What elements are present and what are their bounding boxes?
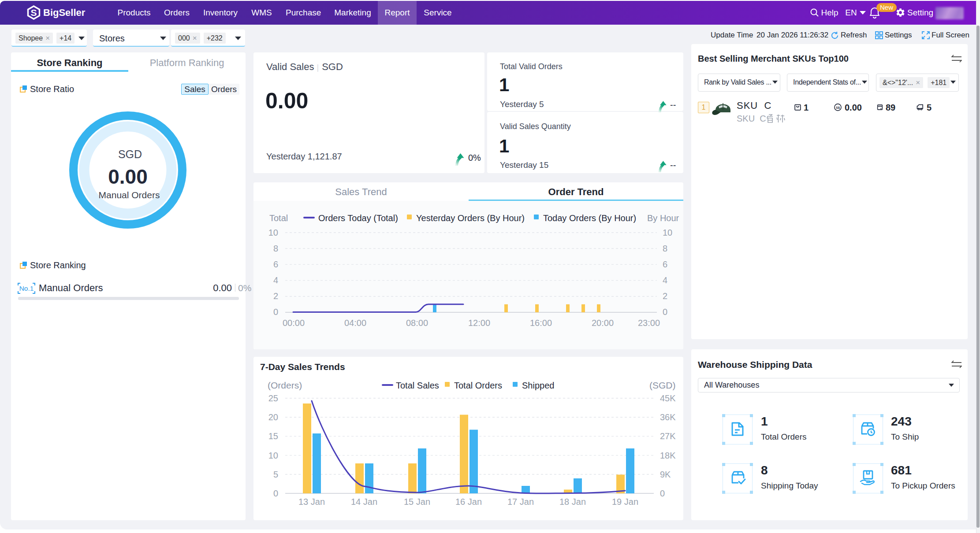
svg-text:45K: 45K	[660, 393, 676, 403]
svg-text:0: 0	[273, 307, 278, 317]
svg-text:S: S	[30, 7, 37, 18]
svg-text:18 Jan: 18 Jan	[559, 497, 586, 507]
svg-text:0: 0	[660, 489, 665, 498]
svg-text:Shipped: Shipped	[522, 381, 554, 390]
svg-text:14 Jan: 14 Jan	[351, 497, 377, 507]
svg-text:08:00: 08:00	[406, 318, 428, 328]
svg-text:20: 20	[268, 412, 278, 422]
svg-text:13 Jan: 13 Jan	[298, 497, 325, 507]
svg-text:27K: 27K	[660, 431, 676, 441]
svg-text:04:00: 04:00	[344, 318, 366, 328]
svg-text:15 Jan: 15 Jan	[404, 497, 430, 507]
svg-text:4: 4	[273, 275, 278, 285]
svg-text:00:00: 00:00	[283, 318, 305, 328]
svg-text:15: 15	[268, 431, 278, 441]
svg-text:Orders Today (Total): Orders Today (Total)	[318, 213, 398, 223]
svg-text:2: 2	[273, 291, 278, 301]
svg-text:8: 8	[663, 244, 667, 253]
svg-text:19 Jan: 19 Jan	[612, 497, 638, 507]
svg-text:36K: 36K	[660, 412, 676, 422]
svg-text:0: 0	[273, 489, 278, 498]
svg-text:25: 25	[268, 393, 278, 403]
svg-text:23:00: 23:00	[638, 318, 660, 328]
svg-text:12:00: 12:00	[468, 318, 490, 328]
svg-text:By Hour: By Hour	[647, 213, 679, 223]
svg-text:Today Orders (By Hour): Today Orders (By Hour)	[543, 213, 636, 223]
svg-text:8: 8	[273, 244, 278, 253]
svg-text:(SGD): (SGD)	[649, 380, 676, 390]
svg-text:16:00: 16:00	[530, 318, 552, 328]
svg-text:20:00: 20:00	[592, 318, 614, 328]
svg-text:Yesterday Orders (By Hour): Yesterday Orders (By Hour)	[416, 213, 525, 223]
svg-text:16 Jan: 16 Jan	[455, 497, 482, 507]
svg-text:18K: 18K	[660, 451, 676, 460]
svg-text:(Orders): (Orders)	[268, 380, 302, 390]
svg-text:2: 2	[663, 291, 667, 301]
svg-text:Total Sales: Total Sales	[396, 381, 439, 390]
svg-text:6: 6	[273, 259, 278, 269]
svg-text:9K: 9K	[660, 470, 671, 479]
svg-text:Total: Total	[269, 213, 288, 223]
svg-text:4: 4	[663, 275, 667, 285]
svg-text:Total Orders: Total Orders	[454, 381, 502, 390]
svg-text:10: 10	[663, 228, 672, 237]
svg-text:10: 10	[268, 451, 278, 460]
svg-text:17 Jan: 17 Jan	[507, 497, 534, 507]
svg-text:5: 5	[273, 470, 278, 479]
svg-text:6: 6	[663, 259, 667, 269]
svg-text:0: 0	[663, 307, 667, 317]
svg-text:No.1: No.1	[19, 285, 34, 292]
svg-text:S$: S$	[836, 106, 840, 110]
svg-text:10: 10	[268, 228, 278, 237]
